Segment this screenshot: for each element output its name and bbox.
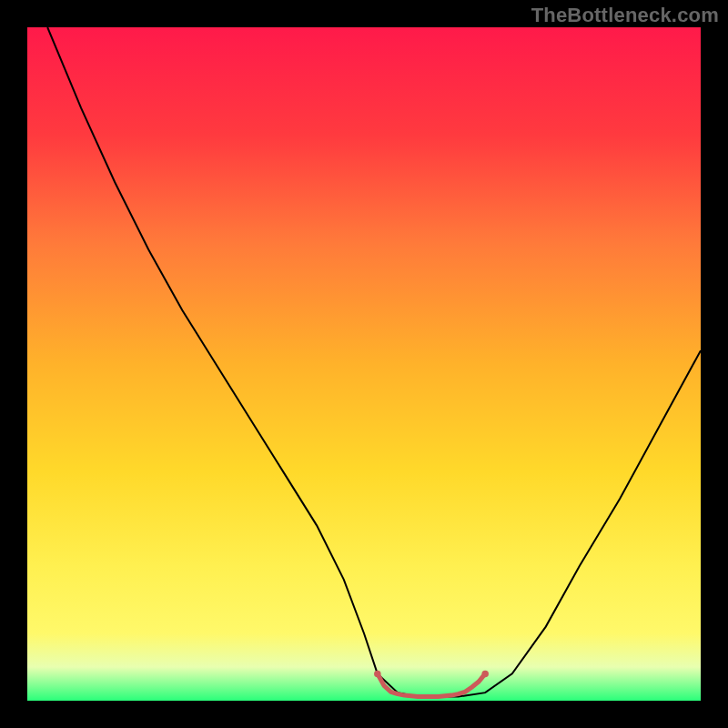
- plot-area: [27, 27, 701, 701]
- chart-container: TheBottleneck.com: [0, 0, 728, 728]
- watermark-text: TheBottleneck.com: [531, 4, 719, 27]
- optimal-marker-endpoint: [374, 671, 381, 678]
- chart-svg: [27, 27, 701, 701]
- optimal-marker-endpoint: [481, 671, 489, 678]
- gradient-background: [27, 27, 701, 701]
